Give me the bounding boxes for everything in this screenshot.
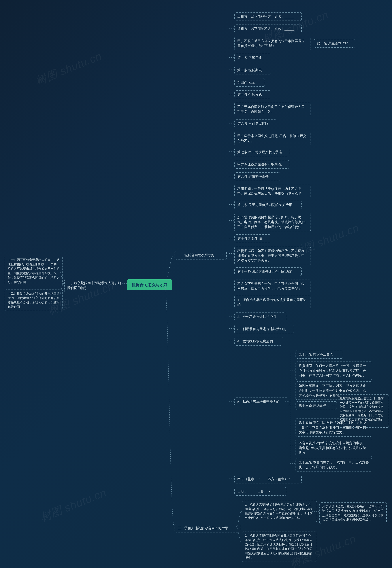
s1-n12: 甲方保证该房屋没有产权纠纷。 [234, 160, 289, 169]
s1-n08: 乙方于本合同签订之日向甲方支付保证金人民币元后，合同随之生效。 [234, 103, 311, 116]
s1-n13: 第八条 维修养护责任 [234, 172, 280, 181]
s1-n24: 4、故意损坏承租房屋的 [234, 337, 283, 346]
s1-n23: 3、利用承租房屋进行违法活动的 [234, 325, 294, 333]
s3-n2: 2、承租人不履行租房合同义务或者履行合同义务不符合约定，给出租人造成损失的，损失… [242, 532, 317, 562]
watermark: 树图 shutu.cn [34, 49, 104, 89]
s3-n1: 1、承租人需要按照租房合同约定支付违约金，在租房合约中，当事人可以约定一定一违约… [242, 501, 317, 522]
s1-n25-d: 第十三条 违约责任： [295, 401, 337, 410]
s3-n1r: 约定的违约金低于造成的损失的，当事人可以请求人民法院或者仲裁机构予以增加；约定的… [319, 502, 387, 524]
s1-n03r: 第一条 房屋基本情况 [314, 39, 355, 48]
s1-n22: 2、拖欠租金累计达半个月 [234, 312, 286, 321]
s1-n25-g: 第十五条 本合同共页，一式2份，甲、乙双方各执一份，均具有同等效力。 [295, 458, 372, 471]
s1-n09: 第六条 交付房屋期限 [234, 119, 277, 128]
section-3-title: 三、承租人违约解除合同有何后果 [175, 524, 240, 532]
s1-n26: 甲方（盖章）： 乙方（盖章）： [234, 475, 302, 483]
s1-n25-f: 本合同及其附件和补充协议中未规定的事项，均遵照中华人民共和国有关法律、法规和政策… [295, 439, 372, 457]
s1-n17: 第十条 租赁期满 [234, 234, 271, 243]
s1-n25-b: 租赁期间，任何一方提出终止合同，需提前一个月书面通知对方，经双方协商后签订终止合… [295, 361, 372, 380]
s1-n03: 甲、乙双方就甲方合法拥有的位于市路弄号房屋租赁事项达成如下协议： [234, 37, 311, 50]
s1-n19: 第十一条 因乙方责任终止合同的约定 [234, 267, 302, 276]
s2-n2: （二）租赁物危及承租人的安全或者健康的，即使承租人订立合同时明知该租赁物质量不合… [5, 289, 63, 311]
s1-n04: 第二条 房屋用途 [234, 54, 271, 62]
s1-n25: 5、私自将房屋转租于他人的 [234, 398, 289, 406]
s1-n20: 乙方有下列情形之一的，甲方可终止合同并收回房屋，造成甲方损失，由乙方负责赔偿： [234, 280, 311, 293]
s1-n21: 1、擅自拆改承租房屋结构或改变承租房屋用途的 [234, 296, 311, 309]
root-node: 租赁合同怎么写才好 [127, 279, 172, 290]
s1-n06: 第四条 租金 [234, 78, 265, 87]
s1-n14: 租用期间，一般日常维修保养，均由乙方负责。若属常规房屋大修，费用则由甲方承担。 [234, 185, 311, 198]
s1-n11: 第七条 甲方对房屋产权的承诺 [234, 148, 289, 156]
s1-n16: 所有需付费的项目和物品等，如水、电、燃气、电话、网络、有线电视、供暖设备等,均由… [234, 213, 311, 231]
section-2-title: 二、租赁期限尚未到期承租人可以解除合同的情形 [64, 279, 127, 292]
s1-n07: 第五条 付款方式 [234, 90, 271, 99]
s1-n18: 租赁期满后，如乙方要求继续租赁，乙方应在期满前向甲方提出，若甲方同意继续租赁，甲… [234, 247, 311, 265]
watermark: 树图 shutu.cn [38, 485, 109, 525]
section-1-title: 一、租赁合同怎么写才好 [175, 251, 227, 259]
s1-n15: 第九条 关于房屋租赁期间的有关费用 [234, 201, 302, 209]
s1-n27: 日期： 日期：－ [234, 487, 286, 496]
s1-n05: 第三条 租赁期限 [234, 66, 271, 74]
s2-n1: （一）因不可归责于承租人的事由，致使租赁物部分或者全部毁损、灭失的，承租人可以要… [5, 256, 63, 286]
s1-n25-e: 第十四条 本合同之附件均为本合同不可分割之一部分。本合同及其附件内，空格部分填写… [295, 418, 372, 437]
s1-n01: 出租方（以下简称甲方）姓名：_____ [234, 12, 302, 21]
s1-n10: 甲方应于本合同生效之日起5日内，将该房屋交付给乙方。 [234, 132, 311, 145]
s1-n25-a: 第十二条 提前终止合同 [295, 350, 343, 359]
s1-n02: 承租方（以下简称乙方）姓名：_____ [234, 25, 302, 33]
